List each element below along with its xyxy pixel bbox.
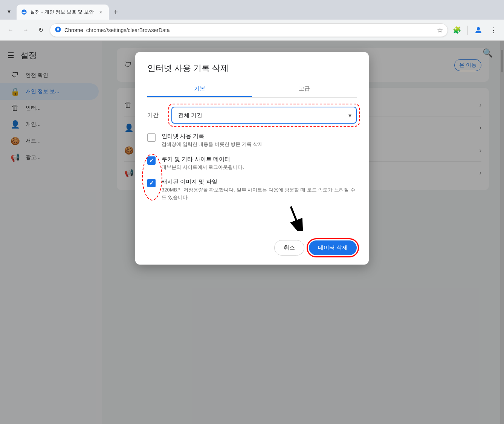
extensions-btn[interactable]: 🧩 [451, 24, 463, 36]
time-label: 기간 [147, 112, 162, 119]
cookies-desc: 대부분의 사이트에서 로그아웃됩니다. [162, 164, 357, 171]
cache-check-icon: ✓ [149, 180, 154, 187]
address-bar: ← → ↻ Chrome chrome://settings/clearBrow… [0, 20, 504, 41]
cookies-label: 쿠키 및 기타 사이트 데이터 [162, 156, 357, 163]
cookies-checkbox[interactable]: ✓ [147, 156, 156, 165]
bookmark-icon[interactable]: ☆ [437, 26, 443, 34]
delete-button[interactable]: 데이터 삭제 [309, 240, 357, 255]
tab-basic[interactable]: 기본 [147, 81, 252, 97]
tab-advanced[interactable]: 고급 [252, 81, 357, 97]
page-content: ☰ 설정 🛡 안전 확인 🔒 개인 정보 보... 🗑 인터... 👤 개인..… [0, 41, 504, 424]
cancel-button[interactable]: 취소 [274, 240, 304, 256]
dialog-title: 인터넷 사용 기록 삭제 [147, 63, 357, 74]
chrome-logo-icon [55, 26, 61, 34]
svg-point-3 [477, 27, 480, 30]
active-tab[interactable]: 설정 - 개인 정보 보호 및 보안 × [17, 5, 109, 20]
forward-btn[interactable]: → [20, 24, 32, 36]
svg-line-5 [291, 207, 298, 225]
back-btn[interactable]: ← [5, 24, 17, 36]
tab-title: 설정 - 개인 정보 보호 및 보안 [30, 9, 94, 15]
tab-bar: ▾ 설정 - 개인 정보 보호 및 보안 × + [0, 0, 504, 20]
browser-window: ▾ 설정 - 개인 정보 보호 및 보안 × + ← → ↻ Ch [0, 0, 504, 424]
arrow-annotation [278, 205, 304, 231]
svg-point-2 [57, 28, 59, 31]
cache-label: 캐시된 이미지 및 파일 [162, 178, 357, 185]
checkboxes-container: 인터넷 사용 기록 검색창에 입력한 내용을 비롯한 방문 기록 삭제 ✓ 쿠키… [147, 133, 357, 201]
cookies-text-group: 쿠키 및 기타 사이트 데이터 대부분의 사이트에서 로그아웃됩니다. [162, 156, 357, 171]
time-select-wrapper: 전체 기간 지난 1시간 지난 24시간 지난 7일 지난 4주 ▾ [171, 107, 357, 124]
cache-text-group: 캐시된 이미지 및 파일 320MB의 저장용량을 확보합니다. 일부 사이트는… [162, 178, 357, 201]
browsing-history-label: 인터넷 사용 기록 [162, 133, 357, 140]
clear-data-dialog: 인터넷 사용 기록 삭제 기본 고급 기간 전체 기간 지난 1시간 지난 24… [135, 52, 369, 265]
menu-btn[interactable]: ⋮ [487, 24, 499, 36]
cache-item: ✓ 캐시된 이미지 및 파일 320MB의 저장용량을 확보합니다. 일부 사이… [147, 178, 357, 201]
time-range-select[interactable]: 전체 기간 지난 1시간 지난 24시간 지난 7일 지난 4주 [171, 107, 357, 124]
cache-desc: 320MB의 저장용량을 확보합니다. 일부 사이트는 다음에 방문할 때 로드… [162, 186, 357, 201]
tab-close-btn[interactable]: × [97, 8, 104, 16]
url-bar[interactable]: Chrome chrome://settings/clearBrowserDat… [50, 23, 448, 37]
reload-btn[interactable]: ↻ [35, 24, 47, 36]
time-range-row: 기간 전체 기간 지난 1시간 지난 24시간 지난 7일 지난 4주 ▾ [147, 107, 357, 124]
url-text: chrome://settings/clearBrowserData [86, 27, 434, 33]
dialog-footer: 취소 데이터 삭제 [147, 240, 357, 256]
browsing-history-item: 인터넷 사용 기록 검색창에 입력한 내용을 비롯한 방문 기록 삭제 [147, 133, 357, 148]
browsing-history-text-group: 인터넷 사용 기록 검색창에 입력한 내용을 비롯한 방문 기록 삭제 [162, 133, 357, 148]
cache-checkbox[interactable]: ✓ [147, 179, 156, 187]
url-brand: Chrome [64, 27, 83, 33]
arrow-space [147, 208, 357, 231]
browsing-history-desc: 검색창에 입력한 내용을 비롯한 방문 기록 삭제 [162, 141, 357, 148]
separator [467, 26, 468, 35]
cookies-check-icon: ✓ [149, 157, 154, 164]
dialog-tabs: 기본 고급 [147, 81, 357, 98]
profile-btn[interactable] [472, 24, 484, 36]
tab-dropdown-btn[interactable]: ▾ [3, 5, 15, 17]
modal-overlay: 인터넷 사용 기록 삭제 기본 고급 기간 전체 기간 지난 1시간 지난 24… [0, 41, 504, 424]
tab-favicon-icon [21, 9, 27, 15]
browsing-history-checkbox[interactable] [147, 133, 156, 142]
new-tab-btn[interactable]: + [110, 7, 121, 17]
cookies-item: ✓ 쿠키 및 기타 사이트 데이터 대부분의 사이트에서 로그아웃됩니다. [147, 156, 357, 171]
